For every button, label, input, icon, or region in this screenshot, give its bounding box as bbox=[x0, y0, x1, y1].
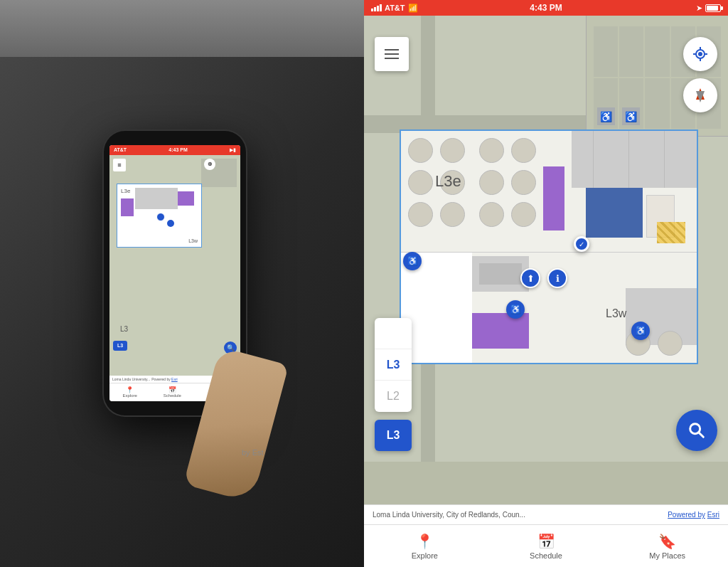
wifi-icon: 📶 bbox=[408, 4, 418, 13]
powered-by-text: Powered by bbox=[668, 511, 705, 519]
status-left: AT&T 📶 bbox=[371, 4, 418, 13]
search-button[interactable] bbox=[676, 410, 717, 451]
floor-plan bbox=[400, 129, 698, 364]
by-est-label: by Est bbox=[242, 448, 264, 457]
location-icon-status: ➤ bbox=[696, 4, 702, 13]
svg-line-7 bbox=[699, 433, 703, 437]
mini-time: 4:43 PM bbox=[168, 147, 187, 152]
svg-point-5 bbox=[698, 52, 702, 56]
signal-bars bbox=[371, 4, 382, 11]
info-icon: ℹ bbox=[547, 268, 567, 288]
carrier-label: AT&T bbox=[385, 4, 405, 12]
my-places-icon: 🔖 bbox=[658, 533, 676, 550]
status-right: ➤ bbox=[696, 4, 721, 13]
floor-label-l3w: L3w bbox=[606, 307, 626, 320]
floor-item-l2[interactable]: L2 bbox=[375, 381, 412, 412]
schedule-label: Schedule bbox=[530, 551, 562, 560]
status-bar: AT&T 📶 4:43 PM ➤ bbox=[364, 0, 728, 16]
tab-schedule[interactable]: 📅 Schedule bbox=[486, 533, 607, 560]
accessible-icon-1: ♿ bbox=[403, 252, 422, 270]
map-view[interactable]: ♿ ♿ bbox=[364, 16, 728, 504]
floor-item-empty[interactable] bbox=[375, 318, 412, 349]
battery-icon bbox=[705, 4, 721, 12]
esri-link-text[interactable]: Esri bbox=[707, 511, 719, 519]
tab-bar: 📍 Explore 📅 Schedule 🔖 My Places bbox=[364, 524, 728, 567]
crosshair-icon bbox=[692, 46, 709, 63]
compass-button[interactable] bbox=[683, 78, 717, 112]
schedule-icon: 📅 bbox=[537, 533, 555, 550]
hamburger-icon bbox=[385, 49, 399, 59]
accessible-icon-2: ♿ bbox=[506, 300, 525, 319]
gps-button[interactable] bbox=[683, 37, 717, 71]
menu-button[interactable] bbox=[375, 37, 409, 71]
active-floor-button[interactable]: L3 bbox=[375, 420, 412, 451]
tab-my-places[interactable]: 🔖 My Places bbox=[606, 533, 728, 560]
elevator-icon: ⬆ bbox=[520, 268, 540, 288]
restricted-area bbox=[657, 222, 685, 243]
attribution-bar: Loma Linda University, City of Redlands,… bbox=[364, 504, 728, 524]
esri-attribution[interactable]: Powered by Esri bbox=[668, 511, 719, 519]
compass-south bbox=[696, 91, 705, 102]
tab-explore[interactable]: 📍 Explore bbox=[364, 533, 486, 560]
attribution-text: Loma Linda University, City of Redlands,… bbox=[373, 511, 525, 519]
my-places-label: My Places bbox=[649, 551, 685, 560]
app-screenshot: AT&T 📶 4:43 PM ➤ bbox=[364, 0, 728, 567]
floor-selector[interactable]: L3 L2 bbox=[375, 318, 412, 412]
floor-item-l3[interactable]: L3 bbox=[375, 349, 412, 381]
explore-icon: 📍 bbox=[416, 533, 434, 550]
user-location-marker: ✓ bbox=[574, 236, 589, 252]
accessible-icon-3: ♿ bbox=[631, 322, 650, 340]
floor-label-l3e: L3e bbox=[435, 172, 461, 191]
time-display: 4:43 PM bbox=[530, 3, 562, 13]
active-floor-label: L3 bbox=[387, 429, 400, 442]
left-phone-photo: AT&T 4:43 PM ▶▮ L3e L3w bbox=[0, 0, 364, 567]
explore-label: Explore bbox=[412, 551, 438, 560]
mini-carrier: AT&T bbox=[114, 147, 127, 152]
mini-battery: ▶▮ bbox=[230, 147, 236, 153]
search-icon bbox=[687, 420, 707, 440]
